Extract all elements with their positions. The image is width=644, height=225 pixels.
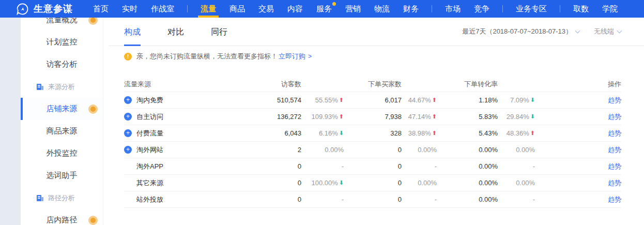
table-row: 自主访问 136,272 109.93%⬆ 7,938 47.14%⬆ 5.83…	[124, 109, 621, 125]
table-row: 淘外网站 2 0.00% 0 0.00% 0.00% 0.00% 趋势	[124, 142, 621, 158]
sidebar-item-visitor-analysis[interactable]: 访客分析	[21, 53, 103, 76]
trend-link[interactable]: 趋势	[608, 146, 621, 154]
source-name: 自主访问	[136, 112, 163, 122]
conversion-change: 0.00%	[516, 179, 535, 187]
traffic-source-table: 流量来源 访客数 下单买家数 下单转化率 操作 淘内免费 510,574 55.…	[109, 77, 644, 208]
nav-divider	[502, 5, 503, 12]
trend-link[interactable]: 趋势	[608, 179, 621, 187]
tab-compare[interactable]: 对比	[167, 18, 184, 46]
trend-arrow-icon: ⬇	[339, 180, 344, 186]
visitors-value: 510,574	[247, 96, 301, 104]
trend-arrow-icon: ⬇	[530, 97, 535, 103]
trend-link[interactable]: 趋势	[608, 113, 621, 121]
expand-plus-icon[interactable]	[124, 146, 132, 154]
nav-item-finance[interactable]: 财务	[396, 0, 425, 18]
channel-selector[interactable]: 无线端	[594, 27, 621, 36]
building-chart-icon	[36, 83, 44, 91]
visitors-change: 0.00%	[325, 146, 344, 154]
sidebar-item-external-ads-monitor[interactable]: 外投监控	[21, 142, 103, 164]
compass-logo-icon[interactable]	[17, 3, 28, 15]
conversion-change: 48.36%	[507, 129, 529, 137]
nav-item-logistics[interactable]: 物流	[367, 0, 396, 18]
nav-item-trade[interactable]: 交易	[252, 0, 281, 18]
expand-plus-icon[interactable]	[124, 96, 132, 104]
visitors-value: 0	[247, 179, 301, 187]
chevron-down-icon	[617, 28, 622, 33]
nav-item-marketing[interactable]: 营销	[339, 0, 367, 18]
sidebar-item-product-source[interactable]: 商品来源	[21, 120, 103, 142]
trend-link[interactable]: 趋势	[608, 196, 621, 203]
conversion-change: 0.00%	[516, 146, 535, 154]
sidebar-item-keyword-helper[interactable]: 选词助手	[21, 164, 103, 187]
trend-arrow-icon: ⬆	[339, 97, 344, 103]
expand-plus-icon[interactable]	[124, 113, 132, 121]
nav-divider	[187, 5, 188, 12]
nav-item-academy[interactable]: 学院	[595, 0, 624, 18]
trend-link[interactable]: 趋势	[608, 129, 621, 137]
table-row: 站外投放 0 - 0 - 0.00% - 趋势	[124, 191, 621, 208]
tab-peers[interactable]: 同行	[211, 18, 227, 46]
brand-title: 生意参谋	[34, 3, 73, 15]
trend-link[interactable]: 趋势	[608, 162, 621, 170]
visitors-value: 2	[247, 146, 301, 154]
col-header-visitors: 访客数	[247, 80, 301, 89]
source-name: 淘内免费	[136, 96, 163, 105]
conversion-value: 5.43%	[437, 129, 498, 137]
trend-arrow-icon: ⬇	[530, 114, 535, 119]
nav-item-market[interactable]: 市场	[438, 0, 467, 18]
sidebar-item-shop-source[interactable]: 店铺来源	[21, 98, 103, 120]
filters: 最近7天（2018-07-07~2018-07-13） 无线端	[462, 27, 621, 36]
nav-item-war-room[interactable]: 作战室	[144, 0, 181, 18]
orange-badge-icon	[88, 104, 98, 114]
visitors-value: 136,272	[247, 113, 301, 121]
trend-arrow-icon: ⬆	[432, 97, 437, 103]
trend-arrow-icon: ⬇	[339, 130, 344, 136]
trend-arrow-icon: ⬆	[339, 114, 344, 119]
visitors-change: 55.55%	[315, 96, 338, 104]
sidebar-section-source-analysis: 来源分析	[21, 76, 103, 98]
expand-plus-icon[interactable]	[124, 129, 132, 137]
visitors-change: 109.93%	[311, 113, 338, 121]
subscribe-now-link[interactable]: 立即订购	[279, 52, 305, 61]
left-rail	[0, 18, 21, 225]
nav-item-home[interactable]: 首页	[86, 0, 115, 18]
buyers-value: 0	[344, 162, 402, 170]
conversion-value: 5.83%	[437, 113, 498, 121]
buyers-change: 44.67%	[408, 96, 431, 104]
conversion-value: 1.18%	[437, 96, 498, 104]
sidebar-item-traffic-overview[interactable]: 流量概况	[21, 18, 103, 31]
table-header: 流量来源 访客数 下单买家数 下单转化率 操作	[124, 77, 621, 92]
buyers-change: 47.14%	[408, 113, 431, 121]
nav-item-data-extract[interactable]: 取数	[566, 0, 595, 18]
nav-item-service[interactable]: 服务	[310, 0, 339, 18]
nav-item-product[interactable]: 商品	[223, 0, 252, 18]
table-row: 淘内免费 510,574 55.55%⬆ 6,017 44.67%⬆ 1.18%…	[124, 92, 621, 109]
nav-item-traffic[interactable]: 流量	[194, 0, 223, 18]
page: 生意参谋 首页 实时 作战室 流量 商品 交易 内容 服务 营销 物流 财务 市…	[0, 0, 644, 225]
buyers-value: 6,017	[344, 96, 402, 104]
nav-item-content[interactable]: 内容	[281, 0, 310, 18]
trend-arrow-icon: ⬆	[432, 114, 437, 119]
nav-item-realtime[interactable]: 实时	[115, 0, 144, 18]
source-name: 淘外网站	[136, 145, 163, 155]
nav-item-competition[interactable]: 竞争	[467, 0, 496, 18]
trend-arrow-icon: ⬆	[530, 130, 535, 136]
buyers-value: 0	[344, 179, 402, 187]
conversion-value: 0.00%	[437, 179, 498, 187]
conversion-change: 29.84%	[507, 113, 529, 121]
source-name: 淘外APP	[136, 162, 163, 171]
buyers-value: 0	[344, 196, 402, 203]
orange-badge-icon	[88, 216, 98, 225]
arrow-right-icon[interactable]: >	[308, 53, 312, 60]
visitors-change: 100.00%	[311, 179, 338, 187]
date-range-selector[interactable]: 最近7天（2018-07-07~2018-07-13）	[462, 27, 579, 36]
nav-item-business-zone[interactable]: 业务专区	[509, 0, 554, 18]
sidebar-item-shop-path[interactable]: 店内路径	[21, 209, 103, 225]
col-header-source: 流量来源	[124, 80, 247, 89]
tab-composition[interactable]: 构成	[124, 18, 141, 46]
top-nav: 生意参谋 首页 实时 作战室 流量 商品 交易 内容 服务 营销 物流 财务 市…	[0, 0, 644, 18]
trend-link[interactable]: 趋势	[608, 96, 621, 104]
tabs-bar: 构成 对比 同行 最近7天（2018-07-07~2018-07-13） 无线端	[109, 18, 644, 46]
sidebar-item-plan-monitor[interactable]: 计划监控	[21, 31, 103, 53]
chevron-down-icon	[575, 28, 580, 33]
